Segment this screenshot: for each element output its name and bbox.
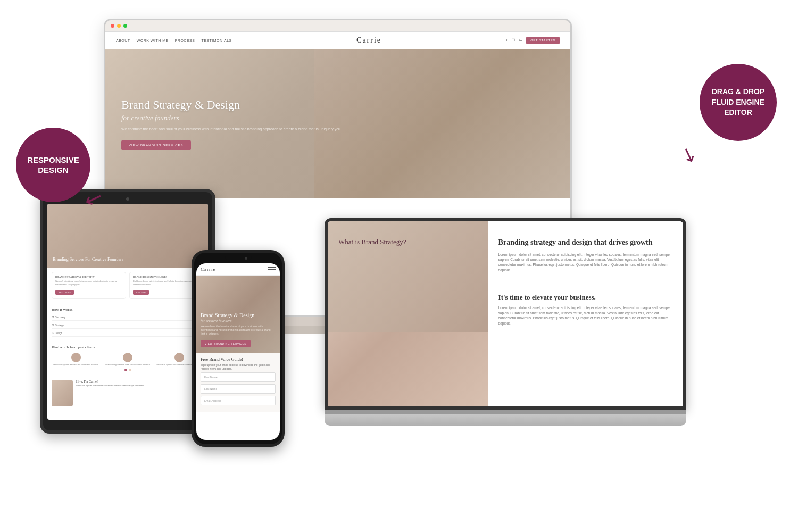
desktop-titlebar [105, 20, 570, 32]
phone-logo: Carrie [201, 267, 216, 272]
hero-subtitle: for creative founders [121, 114, 342, 122]
phone-hero-subtitle: for creative founders [201, 319, 276, 323]
menu-line-3 [268, 271, 276, 272]
phone-nav: Carrie [196, 263, 280, 276]
laptop-mockup: What is Brand Strategy? Branding strateg… [325, 218, 686, 447]
hero-section: Brand Strategy & Design for creative fou… [105, 49, 570, 198]
phone-input-email[interactable]: Email Address [201, 396, 276, 405]
step-1: 01 Discovery [52, 314, 204, 321]
social-instagram: ☐ [512, 38, 515, 43]
tablet-mockup: Branding Services For Creative Founders … [40, 189, 215, 434]
get-started-button[interactable]: GET STARTED [526, 37, 560, 44]
close-dot [111, 24, 114, 28]
service-2-btn[interactable]: Read More [133, 290, 149, 295]
phone-cta-button[interactable]: VIEW BRANDING SERVICES [201, 340, 251, 347]
main-scene: RESPONSIVE DESIGN ↙ DRAG & DROP FLUID EN… [0, 0, 798, 532]
hamburger-menu-icon[interactable] [268, 267, 276, 272]
tablet-services: BRAND STRATEGY & IDENTITY We craft inten… [47, 268, 208, 303]
phone-camera [245, 257, 247, 260]
service-2-text: Build your brand with intentional and ho… [133, 280, 200, 286]
phone-notch [225, 255, 252, 262]
about-heading: Hiya, I'm Carrie! [76, 380, 145, 383]
nav-about: ABOUT [116, 39, 130, 43]
site-nav: ABOUT WORK WITH ME PROCESS TESTIMONIALS … [105, 32, 570, 49]
phone-input-lastname-label: Last Name [201, 385, 275, 393]
hero-cta-button[interactable]: VIEW BRANDING SERVICES [121, 140, 191, 150]
laptop-left-image: What is Brand Strategy? [328, 221, 488, 406]
tablet-how-it-works: How It Works 01 Discovery 02 Strategy 03… [47, 303, 208, 341]
phone-mockup: Carrie Brand Strategy & Design for creat… [192, 250, 285, 447]
maximize-dot [123, 24, 127, 28]
tablet-service-1: BRAND STRATEGY & IDENTITY We craft inten… [52, 272, 126, 299]
laptop-frame: What is Brand Strategy? Branding strateg… [325, 218, 686, 410]
social-linkedin: in [519, 38, 522, 43]
nav-workwithme: WORK WITH ME [137, 39, 169, 43]
site-logo: Carrie [356, 36, 381, 45]
arrow-right-icon: ↙ [678, 142, 701, 168]
phone-freebrand: Free Brand Voice Guide! Sign up with you… [196, 353, 280, 412]
laptop-right-content: Branding strategy and design that drives… [488, 221, 683, 406]
dot-1[interactable] [124, 369, 127, 371]
hero-content: Brand Strategy & Design for creative fou… [105, 87, 358, 161]
nav-links: ABOUT WORK WITH ME PROCESS TESTIMONIALS [116, 39, 232, 43]
phone-input-firstname-label: First Name [201, 373, 275, 381]
avatar-1 [71, 353, 81, 362]
laptop-hinge [325, 410, 686, 414]
laptop-left-heading: What is Brand Strategy? [338, 237, 406, 247]
phone-input-lastname[interactable]: Last Name [201, 384, 276, 394]
tablet-testimonials: Kind words from past clients Vestibulum … [47, 341, 208, 376]
laptop-section2: It's time to elevate your business. Lore… [498, 284, 672, 326]
service-1-btn[interactable]: READ MORE [55, 290, 74, 295]
tablet-screen: Branding Services For Creative Founders … [47, 204, 208, 420]
responsive-design-badge: RESPONSIVE DESIGN [16, 128, 90, 202]
how-steps: 01 Discovery 02 Strategy 03 Design [52, 314, 204, 337]
tablet-notch [47, 197, 208, 201]
avatar-2 [123, 353, 132, 362]
menu-line-1 [268, 267, 276, 268]
testimonial-2: Vestibulum egestas felis vitae elit cons… [103, 353, 152, 367]
how-title: How It Works [52, 307, 204, 312]
phone-input-firstname[interactable]: First Name [201, 372, 276, 382]
step-3: 03 Design [52, 330, 204, 337]
nav-testimonials: TESTIMONIALS [201, 39, 231, 43]
laptop-screen: What is Brand Strategy? Branding strateg… [328, 221, 683, 406]
phone-hero-desc: We combine the heart and soul of your bu… [201, 325, 276, 336]
laptop-right-heading: Branding strategy and design that drives… [498, 237, 672, 248]
service-1-title: BRAND STRATEGY & IDENTITY [55, 276, 122, 278]
dragdrop-badge: DRAG & DROP FLUID ENGINE EDITOR [700, 64, 777, 141]
tablet-camera [126, 197, 129, 201]
about-image [52, 380, 73, 406]
service-1-text: We craft intentional brand strategy and … [55, 280, 122, 286]
hero-title: Brand Strategy & Design [121, 98, 342, 112]
laptop-right-text: Lorem ipsum dolor sit amet, consectetur … [498, 252, 672, 273]
testimonial-dots [52, 369, 204, 371]
menu-line-2 [268, 269, 276, 270]
phone-hero: Brand Strategy & Design for creative fou… [196, 276, 280, 353]
tablet-hero-text: Branding Services For Creative Founders [53, 257, 123, 262]
phone-screen: Carrie Brand Strategy & Design for creat… [196, 263, 280, 440]
testimonials-title: Kind words from past clients [52, 345, 204, 350]
phone-hero-content: Brand Strategy & Design for creative fou… [201, 312, 276, 347]
minimize-dot [117, 24, 121, 28]
phone-hero-title: Brand Strategy & Design [201, 312, 276, 319]
testimonials-row: Vestibulum egestas felis vitae elit cons… [52, 353, 204, 367]
test-text-1: Vestibulum egestas felis vitae elit cons… [52, 364, 100, 367]
nav-right: f ☐ in GET STARTED [506, 37, 560, 44]
hero-description: We combine the heart and soul of your bu… [121, 127, 342, 132]
test-text-2: Vestibulum egestas felis vitae elit cons… [103, 364, 152, 367]
laptop-section2-text: Lorem ipsum dolor sit amet, consectetur … [498, 305, 672, 326]
testimonial-1: Vestibulum egestas felis vitae elit cons… [52, 353, 100, 367]
social-facebook: f [506, 38, 507, 43]
step-2: 02 Strategy [52, 322, 204, 329]
tablet-about: Hiya, I'm Carrie! Vestibulum egestas fel… [47, 376, 208, 411]
phone-freebrand-desc: Sign up with your email address to downl… [201, 363, 276, 371]
phone-freebrand-title: Free Brand Voice Guide! [201, 357, 276, 362]
about-text: Vestibulum egestas felis vitae elit cons… [76, 385, 145, 387]
service-2-title: BRAND DESIGN PACKAGES [133, 276, 200, 278]
dot-2[interactable] [129, 369, 131, 371]
avatar-3 [174, 353, 184, 362]
laptop-section2-heading: It's time to elevate your business. [498, 293, 672, 302]
laptop-base [325, 414, 686, 426]
nav-process: PROCESS [175, 39, 195, 43]
tablet-hero: Branding Services For Creative Founders [47, 204, 208, 268]
